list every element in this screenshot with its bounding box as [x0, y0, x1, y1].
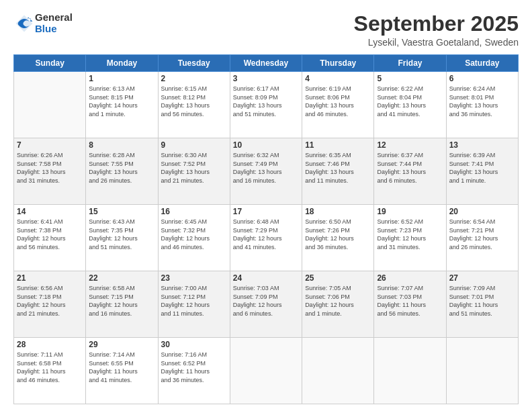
calendar-cell: 23Sunrise: 7:00 AMSunset: 7:12 PMDayligh…	[158, 271, 230, 338]
day-number: 1	[89, 74, 154, 83]
calendar-cell: 21Sunrise: 6:56 AMSunset: 7:18 PMDayligh…	[14, 271, 86, 338]
day-number: 12	[377, 140, 443, 150]
calendar-cell: 27Sunrise: 7:09 AMSunset: 7:01 PMDayligh…	[446, 271, 518, 338]
calendar-cell: 11Sunrise: 6:35 AMSunset: 7:46 PMDayligh…	[302, 138, 374, 205]
day-number: 22	[89, 273, 154, 283]
logo-text: General Blue	[35, 12, 73, 34]
calendar-row-1: 1Sunrise: 6:13 AMSunset: 8:15 PMDaylight…	[14, 72, 519, 138]
day-info: Sunrise: 6:41 AMSunset: 7:38 PMDaylight:…	[17, 218, 83, 251]
calendar-cell: 12Sunrise: 6:37 AMSunset: 7:44 PMDayligh…	[374, 138, 446, 205]
calendar-cell: 26Sunrise: 7:07 AMSunset: 7:03 PMDayligh…	[374, 271, 446, 338]
col-sunday: Sunday	[14, 55, 86, 72]
day-info: Sunrise: 7:05 AMSunset: 7:06 PMDaylight:…	[305, 284, 371, 318]
day-info: Sunrise: 7:09 AMSunset: 7:01 PMDaylight:…	[449, 284, 515, 318]
logo-general-text: General	[35, 12, 73, 24]
day-number: 2	[161, 74, 227, 83]
day-number: 25	[305, 273, 371, 283]
day-info: Sunrise: 6:19 AMSunset: 8:06 PMDaylight:…	[305, 85, 371, 118]
day-number: 8	[89, 140, 154, 150]
day-number: 11	[305, 140, 371, 150]
col-friday: Friday	[374, 55, 446, 72]
calendar-row-2: 7Sunrise: 6:26 AMSunset: 7:58 PMDaylight…	[14, 138, 519, 205]
calendar-cell	[230, 338, 302, 404]
col-tuesday: Tuesday	[158, 55, 230, 72]
title-block: September 2025 Lysekil, Vaestra Goetalan…	[354, 12, 519, 48]
day-info: Sunrise: 7:00 AMSunset: 7:12 PMDaylight:…	[161, 284, 227, 318]
day-info: Sunrise: 6:39 AMSunset: 7:41 PMDaylight:…	[449, 151, 515, 185]
day-info: Sunrise: 6:43 AMSunset: 7:35 PMDaylight:…	[89, 218, 154, 251]
location-title: Lysekil, Vaestra Goetaland, Sweden	[354, 37, 519, 48]
day-number: 14	[17, 207, 83, 216]
header: General Blue September 2025 Lysekil, Vae…	[13, 12, 519, 48]
day-info: Sunrise: 6:28 AMSunset: 7:55 PMDaylight:…	[89, 151, 154, 185]
calendar-cell: 13Sunrise: 6:39 AMSunset: 7:41 PMDayligh…	[446, 138, 518, 205]
calendar-cell: 28Sunrise: 7:11 AMSunset: 6:58 PMDayligh…	[14, 338, 86, 404]
day-number: 4	[305, 74, 371, 83]
calendar-table: Sunday Monday Tuesday Wednesday Thursday…	[13, 54, 519, 404]
day-number: 15	[89, 207, 154, 216]
day-number: 23	[161, 273, 227, 283]
day-number: 10	[233, 140, 299, 150]
calendar-cell: 10Sunrise: 6:32 AMSunset: 7:49 PMDayligh…	[230, 138, 302, 205]
col-wednesday: Wednesday	[230, 55, 302, 72]
calendar-cell: 17Sunrise: 6:48 AMSunset: 7:29 PMDayligh…	[230, 205, 302, 271]
day-info: Sunrise: 7:07 AMSunset: 7:03 PMDaylight:…	[377, 284, 443, 318]
day-number: 29	[89, 340, 154, 349]
calendar-row-4: 21Sunrise: 6:56 AMSunset: 7:18 PMDayligh…	[14, 271, 519, 338]
day-info: Sunrise: 6:35 AMSunset: 7:46 PMDaylight:…	[305, 151, 371, 185]
calendar-cell: 19Sunrise: 6:52 AMSunset: 7:23 PMDayligh…	[374, 205, 446, 271]
day-info: Sunrise: 6:24 AMSunset: 8:01 PMDaylight:…	[449, 85, 515, 118]
day-info: Sunrise: 6:26 AMSunset: 7:58 PMDaylight:…	[17, 151, 83, 185]
calendar-cell	[374, 338, 446, 404]
day-number: 28	[17, 340, 83, 349]
day-number: 13	[449, 140, 515, 150]
calendar-cell	[302, 338, 374, 404]
calendar-cell: 29Sunrise: 7:14 AMSunset: 6:55 PMDayligh…	[86, 338, 158, 404]
calendar-cell: 16Sunrise: 6:45 AMSunset: 7:32 PMDayligh…	[158, 205, 230, 271]
day-number: 3	[233, 74, 299, 83]
calendar-cell: 2Sunrise: 6:15 AMSunset: 8:12 PMDaylight…	[158, 72, 230, 138]
day-info: Sunrise: 7:11 AMSunset: 6:58 PMDaylight:…	[17, 351, 83, 384]
calendar-cell: 3Sunrise: 6:17 AMSunset: 8:09 PMDaylight…	[230, 72, 302, 138]
day-info: Sunrise: 6:13 AMSunset: 8:15 PMDaylight:…	[89, 85, 154, 118]
day-info: Sunrise: 6:30 AMSunset: 7:52 PMDaylight:…	[161, 151, 227, 185]
calendar-header-row: Sunday Monday Tuesday Wednesday Thursday…	[14, 55, 519, 72]
day-number: 5	[377, 74, 443, 83]
day-info: Sunrise: 6:22 AMSunset: 8:04 PMDaylight:…	[377, 85, 443, 118]
day-number: 16	[161, 207, 227, 216]
col-thursday: Thursday	[302, 55, 374, 72]
day-info: Sunrise: 6:54 AMSunset: 7:21 PMDaylight:…	[449, 218, 515, 251]
calendar-cell	[446, 338, 518, 404]
calendar-cell: 25Sunrise: 7:05 AMSunset: 7:06 PMDayligh…	[302, 271, 374, 338]
calendar-cell: 4Sunrise: 6:19 AMSunset: 8:06 PMDaylight…	[302, 72, 374, 138]
day-info: Sunrise: 7:16 AMSunset: 6:52 PMDaylight:…	[161, 351, 227, 384]
calendar-cell: 14Sunrise: 6:41 AMSunset: 7:38 PMDayligh…	[14, 205, 86, 271]
calendar-cell: 6Sunrise: 6:24 AMSunset: 8:01 PMDaylight…	[446, 72, 518, 138]
day-number: 24	[233, 273, 299, 283]
day-info: Sunrise: 6:15 AMSunset: 8:12 PMDaylight:…	[161, 85, 227, 118]
day-number: 21	[17, 273, 83, 283]
calendar-cell: 22Sunrise: 6:58 AMSunset: 7:15 PMDayligh…	[86, 271, 158, 338]
logo-icon	[15, 14, 34, 33]
calendar-cell: 15Sunrise: 6:43 AMSunset: 7:35 PMDayligh…	[86, 205, 158, 271]
day-number: 19	[377, 207, 443, 216]
day-info: Sunrise: 7:03 AMSunset: 7:09 PMDaylight:…	[233, 284, 299, 318]
col-saturday: Saturday	[446, 55, 518, 72]
calendar-cell: 24Sunrise: 7:03 AMSunset: 7:09 PMDayligh…	[230, 271, 302, 338]
day-info: Sunrise: 6:52 AMSunset: 7:23 PMDaylight:…	[377, 218, 443, 251]
calendar-cell: 5Sunrise: 6:22 AMSunset: 8:04 PMDaylight…	[374, 72, 446, 138]
day-number: 17	[233, 207, 299, 216]
calendar-cell: 20Sunrise: 6:54 AMSunset: 7:21 PMDayligh…	[446, 205, 518, 271]
day-info: Sunrise: 7:14 AMSunset: 6:55 PMDaylight:…	[89, 351, 154, 384]
logo-blue-text: Blue	[35, 24, 73, 35]
day-info: Sunrise: 6:32 AMSunset: 7:49 PMDaylight:…	[233, 151, 299, 185]
page: General Blue September 2025 Lysekil, Vae…	[0, 0, 532, 411]
calendar-cell	[14, 72, 86, 138]
calendar-cell: 30Sunrise: 7:16 AMSunset: 6:52 PMDayligh…	[158, 338, 230, 404]
calendar-cell: 7Sunrise: 6:26 AMSunset: 7:58 PMDaylight…	[14, 138, 86, 205]
day-number: 27	[449, 273, 515, 283]
day-info: Sunrise: 6:45 AMSunset: 7:32 PMDaylight:…	[161, 218, 227, 251]
calendar-row-3: 14Sunrise: 6:41 AMSunset: 7:38 PMDayligh…	[14, 205, 519, 271]
day-number: 9	[161, 140, 227, 150]
calendar-cell: 1Sunrise: 6:13 AMSunset: 8:15 PMDaylight…	[86, 72, 158, 138]
